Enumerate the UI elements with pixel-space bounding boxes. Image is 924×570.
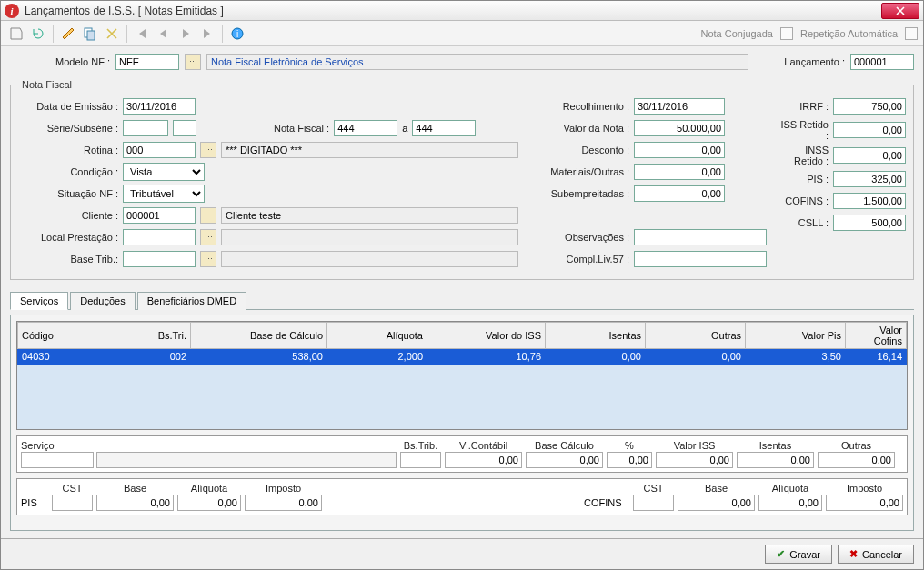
col-valorcofins[interactable]: Valor Cofins (846, 323, 907, 349)
subemp-label: Subempreitadas : (529, 188, 629, 199)
toolbar-action-1[interactable] (6, 24, 26, 44)
situacao-select[interactable]: Tributável (123, 185, 205, 203)
rotina-field[interactable] (123, 142, 196, 158)
data-emissao-field[interactable] (123, 98, 196, 115)
csll-field[interactable] (833, 215, 906, 231)
col-basecalc[interactable]: Base de Cálculo (191, 323, 327, 349)
toolbar-copy[interactable] (80, 24, 100, 44)
col-aliq[interactable]: Alíquota (327, 323, 427, 349)
materiais-label: Materiais/Outras : (529, 166, 629, 177)
toolbar: i Nota Conjugada Repetição Automática (1, 21, 923, 46)
col-outras[interactable]: Outras (646, 323, 746, 349)
toolbar-help[interactable]: i (227, 24, 247, 44)
d2-pis-imp-field[interactable] (245, 495, 322, 511)
repeticao-checkbox[interactable] (905, 27, 918, 40)
rotina-label: Rotina : (18, 145, 118, 155)
pis-label: PIS : (778, 174, 829, 185)
col-codigo[interactable]: Código (18, 323, 136, 349)
nota-conjugada-checkbox[interactable] (780, 27, 793, 40)
recolhimento-field[interactable] (634, 98, 725, 115)
window: i Lançamentos de I.S.S. [ Notas Emitidas… (0, 0, 924, 570)
gravar-button[interactable]: ✔Gravar (765, 545, 832, 564)
basetrib-field[interactable] (123, 251, 196, 267)
toolbar-edit[interactable] (58, 24, 78, 44)
local-desc (221, 229, 518, 245)
table-row[interactable]: 04030 002 538,00 2,000 10,76 0,00 0,00 3… (18, 349, 907, 365)
d1-isentas-field[interactable] (737, 452, 814, 468)
d1-basecalc-field[interactable] (526, 452, 603, 468)
desconto-field[interactable] (634, 142, 725, 158)
nav-prev[interactable] (154, 24, 174, 44)
irrf-field[interactable] (833, 98, 906, 115)
valornota-label: Valor da Nota : (529, 123, 629, 134)
condicao-select[interactable]: Vista (123, 163, 205, 181)
d1-pct-field[interactable] (607, 452, 652, 468)
cancelar-button[interactable]: ✖Cancelar (838, 545, 914, 564)
toolbar-refresh[interactable] (28, 24, 48, 44)
tab-servicos[interactable]: Serviços (10, 292, 68, 310)
rotina-lookup-icon[interactable]: ⋯ (200, 142, 216, 158)
d1-bstrib-label: Bs.Trib. (404, 440, 438, 451)
col-isentas[interactable]: Isentas (546, 323, 646, 349)
d2-cof-aliq-field[interactable] (758, 495, 822, 511)
d1-valoriss-field[interactable] (656, 452, 733, 468)
repeticao-label: Repetição Automática (800, 28, 898, 39)
notafiscal-label: Nota Fiscal : (274, 123, 329, 134)
cliente-lookup-icon[interactable]: ⋯ (200, 207, 216, 224)
d2-cof-cst-label: CST (644, 483, 664, 494)
cofins-field[interactable] (833, 193, 906, 209)
pis-field[interactable] (833, 171, 906, 187)
serie-label: Série/Subsérie : (18, 123, 118, 134)
nav-next[interactable] (176, 24, 196, 44)
inssret-label: INSS Retido : (778, 145, 829, 166)
modelo-field[interactable] (116, 54, 179, 70)
d2-pis-aliq-field[interactable] (177, 495, 241, 511)
d1-vlcontabil-field[interactable] (445, 452, 522, 468)
tab-deducoes[interactable]: Deduções (70, 292, 136, 310)
materiais-field[interactable] (634, 164, 725, 180)
modelo-label: Modelo NF : (10, 56, 110, 67)
d2-pis-aliq-label: Alíquota (191, 483, 227, 494)
d1-outras-field[interactable] (818, 452, 895, 468)
d2-pis-base-field[interactable] (96, 495, 174, 511)
d1-basecalc-label: Base Cálculo (535, 440, 594, 451)
app-icon: i (5, 4, 19, 18)
inssret-field[interactable] (833, 147, 906, 164)
compl57-field[interactable] (634, 251, 767, 267)
d2-cof-imp-field[interactable] (826, 495, 903, 511)
col-valoriss[interactable]: Valor do ISS (427, 323, 546, 349)
csll-label: CSLL : (778, 217, 829, 228)
toolbar-delete[interactable] (102, 24, 122, 44)
d2-pis-cst-label: CST (63, 483, 83, 494)
nav-last[interactable] (197, 24, 217, 44)
nf-a-label: a (402, 123, 407, 134)
col-bstri[interactable]: Bs.Tri. (136, 323, 191, 349)
lancamento-field[interactable] (850, 54, 914, 70)
close-button[interactable] (881, 3, 919, 19)
basetrib-desc (221, 251, 518, 267)
d1-bstrib-field[interactable] (400, 452, 441, 468)
tab-beneficiarios[interactable]: Beneficiários DMED (137, 292, 246, 310)
d2-pis-cst-field[interactable] (52, 495, 93, 511)
subserie-field[interactable] (173, 120, 196, 136)
issret-field[interactable] (833, 122, 906, 138)
serie-field[interactable] (123, 120, 168, 136)
cliente-field[interactable] (123, 207, 196, 224)
d2-cof-base-field[interactable] (678, 495, 755, 511)
local-field[interactable] (123, 229, 196, 245)
basetrib-lookup-icon[interactable]: ⋯ (200, 251, 216, 267)
check-icon: ✔ (777, 548, 785, 560)
d1-servico-code[interactable] (21, 452, 94, 468)
subemp-field[interactable] (634, 185, 725, 202)
nf-ate-field[interactable] (412, 120, 476, 136)
col-valorpis[interactable]: Valor Pis (746, 323, 846, 349)
modelo-lookup-icon[interactable]: ⋯ (185, 54, 201, 70)
valornota-field[interactable] (634, 120, 725, 136)
d2-cof-cst-field[interactable] (633, 495, 674, 511)
nf-de-field[interactable] (334, 120, 397, 136)
observ-field[interactable] (634, 229, 767, 245)
servicos-grid[interactable]: Código Bs.Tri. Base de Cálculo Alíquota … (16, 321, 908, 430)
nav-first[interactable] (132, 24, 152, 44)
titlebar: i Lançamentos de I.S.S. [ Notas Emitidas… (1, 1, 923, 21)
local-lookup-icon[interactable]: ⋯ (200, 229, 216, 245)
